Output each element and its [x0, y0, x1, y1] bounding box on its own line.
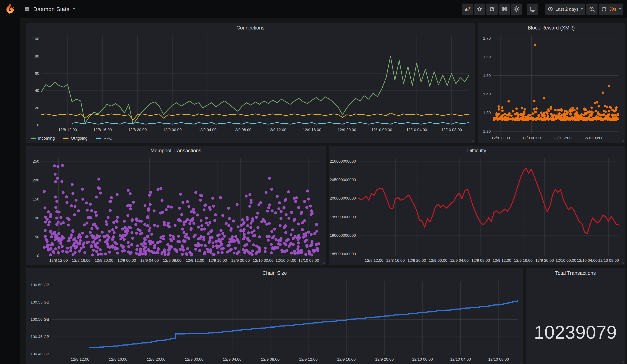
- panel-title[interactable]: Block Reward (XMR): [478, 23, 625, 33]
- time-range-label: Last 2 days: [556, 6, 578, 12]
- legend-label: RPC: [104, 136, 112, 141]
- panel-chain-size: Chain Size 100.40 GB100.45 GB100.50 GB10…: [26, 268, 523, 364]
- refresh-icon: [601, 6, 607, 12]
- add-panel-button[interactable]: [462, 3, 473, 15]
- add-panel-icon: [464, 6, 470, 12]
- panel-total-transactions: Total Transactions 10239079: [526, 268, 625, 364]
- svg-text:185000000000: 185000000000: [330, 252, 356, 256]
- svg-text:12/8 12:00: 12/8 12:00: [58, 127, 77, 132]
- time-range-picker[interactable]: Last 2 days: [545, 3, 585, 15]
- svg-text:1.20: 1.20: [483, 129, 491, 133]
- save-dashboard-button[interactable]: [499, 3, 510, 15]
- dashboard-canvas: Connections 02040608010012/8 12:0012/8 1…: [20, 18, 627, 364]
- svg-text:100.55 GB: 100.55 GB: [31, 300, 49, 304]
- difficulty-chart[interactable]: 1850000000001900000000001950000000002000…: [330, 156, 624, 264]
- svg-text:12/10 00:00: 12/10 00:00: [556, 258, 576, 262]
- mempool-chart[interactable]: 05010015020025012/8 12:0012/8 16:0012/8 …: [27, 156, 324, 264]
- svg-text:12/8 12:00: 12/8 12:00: [365, 258, 383, 262]
- svg-text:12/9 00:00: 12/9 00:00: [522, 136, 541, 140]
- svg-text:12/9 00:00: 12/9 00:00: [117, 258, 136, 262]
- panel-title[interactable]: Total Transactions: [526, 268, 625, 278]
- svg-text:12/9 00:00: 12/9 00:00: [185, 357, 203, 361]
- svg-text:12/8 20:00: 12/8 20:00: [128, 127, 147, 132]
- zoom-out-icon: [589, 6, 595, 12]
- svg-text:12/9 08:00: 12/9 08:00: [233, 127, 251, 132]
- legend-item-incoming[interactable]: Incoming: [31, 136, 55, 141]
- svg-text:12/10 00:00: 12/10 00:00: [371, 127, 392, 132]
- svg-text:12/8 16:00: 12/8 16:00: [386, 258, 405, 262]
- svg-text:100: 100: [33, 37, 39, 41]
- svg-text:12/10 08:00: 12/10 08:00: [298, 258, 319, 262]
- svg-text:20: 20: [35, 106, 39, 110]
- svg-text:12/9 04:00: 12/9 04:00: [223, 357, 241, 361]
- svg-text:0: 0: [37, 254, 39, 258]
- svg-text:100.60 GB: 100.60 GB: [31, 283, 49, 287]
- svg-text:100: 100: [33, 216, 39, 220]
- connections-chart[interactable]: 02040608010012/8 12:0012/8 16:0012/8 20:…: [27, 33, 473, 133]
- svg-text:60: 60: [35, 71, 39, 75]
- svg-text:12/8 16:00: 12/8 16:00: [72, 258, 91, 262]
- svg-text:12/9 20:00: 12/9 20:00: [535, 258, 554, 262]
- refresh-picker[interactable]: 30s: [599, 3, 623, 15]
- svg-text:12/9 00:00: 12/9 00:00: [429, 258, 447, 262]
- legend-item-rpc[interactable]: RPC: [96, 136, 112, 141]
- svg-text:12/10 08:00: 12/10 08:00: [441, 127, 462, 132]
- svg-text:12/9 08:00: 12/9 08:00: [471, 258, 490, 262]
- svg-text:100.45 GB: 100.45 GB: [31, 334, 49, 339]
- svg-text:12/10 04:00: 12/10 04:00: [450, 357, 471, 361]
- save-icon: [501, 6, 507, 12]
- svg-text:12/8 20:00: 12/8 20:00: [147, 357, 165, 361]
- zoom-out-time-button[interactable]: [586, 3, 597, 15]
- svg-text:1.30: 1.30: [483, 110, 491, 115]
- svg-text:80: 80: [35, 54, 39, 58]
- svg-text:12/10 00:00: 12/10 00:00: [253, 258, 273, 262]
- svg-text:12/10 04:00: 12/10 04:00: [276, 258, 296, 262]
- svg-text:12/9 16:00: 12/9 16:00: [303, 127, 321, 132]
- grafana-logo[interactable]: [4, 3, 15, 15]
- svg-text:1.60: 1.60: [483, 55, 491, 59]
- svg-text:12/10 04:00: 12/10 04:00: [577, 258, 597, 262]
- panel-title[interactable]: Difficulty: [329, 146, 625, 156]
- chain-size-chart[interactable]: 100.40 GB100.45 GB100.50 GB100.55 GB100.…: [27, 278, 522, 363]
- dashboard-settings-button[interactable]: [511, 3, 522, 15]
- panel-mempool: Mempool Transactions 05010015020025012/8…: [26, 146, 326, 265]
- dashboard-picker-grid-icon[interactable]: [24, 6, 30, 12]
- legend-swatch-outgoing: [63, 138, 68, 139]
- svg-text:12/10 04:00: 12/10 04:00: [406, 127, 427, 132]
- svg-text:150: 150: [33, 197, 39, 201]
- share-icon: [489, 6, 495, 12]
- block-reward-chart[interactable]: 1.201.301.401.501.601.7012/8 12:0012/9 0…: [479, 33, 624, 142]
- legend-item-outgoing[interactable]: Outgoing: [63, 136, 87, 141]
- panel-title[interactable]: Connections: [26, 23, 475, 33]
- svg-text:12/9 20:00: 12/9 20:00: [375, 357, 394, 361]
- svg-text:12/8 20:00: 12/8 20:00: [407, 258, 426, 262]
- cycle-view-mode-button[interactable]: [527, 3, 538, 15]
- legend: Incoming Outgoing RPC: [31, 136, 112, 141]
- clock-icon: [548, 6, 553, 12]
- svg-text:12/9 04:00: 12/9 04:00: [140, 258, 159, 262]
- svg-text:40: 40: [35, 88, 39, 93]
- svg-text:12/9 08:00: 12/9 08:00: [163, 258, 181, 262]
- panel-connections: Connections 02040608010012/8 12:0012/8 1…: [26, 23, 475, 143]
- legend-label: Outgoing: [71, 136, 87, 141]
- share-dashboard-button[interactable]: [486, 3, 498, 15]
- svg-text:12/8 16:00: 12/8 16:00: [93, 127, 112, 132]
- svg-text:12/9 00:00: 12/9 00:00: [163, 127, 181, 132]
- svg-text:200: 200: [33, 178, 39, 182]
- svg-text:12/9 04:00: 12/9 04:00: [450, 258, 469, 262]
- svg-text:12/9 12:00: 12/9 12:00: [268, 127, 286, 132]
- svg-text:12/9 08:00: 12/9 08:00: [261, 357, 279, 361]
- svg-text:205000000000: 205000000000: [330, 177, 356, 182]
- refresh-caret-icon: [619, 8, 621, 10]
- time-range-caret-icon: [581, 8, 583, 10]
- legend-swatch-incoming: [31, 138, 36, 139]
- panel-title[interactable]: Mempool Transactions: [26, 146, 326, 156]
- panel-title[interactable]: Chain Size: [26, 268, 523, 278]
- star-dashboard-button[interactable]: [474, 3, 485, 15]
- svg-text:50: 50: [35, 235, 39, 239]
- svg-text:200000000000: 200000000000: [330, 196, 356, 200]
- svg-text:12/9 20:00: 12/9 20:00: [338, 127, 356, 132]
- svg-text:12/9 16:00: 12/9 16:00: [514, 258, 532, 262]
- dashboard-title[interactable]: Daemon Stats: [33, 6, 69, 12]
- dashboard-title-caret-icon[interactable]: [73, 8, 75, 10]
